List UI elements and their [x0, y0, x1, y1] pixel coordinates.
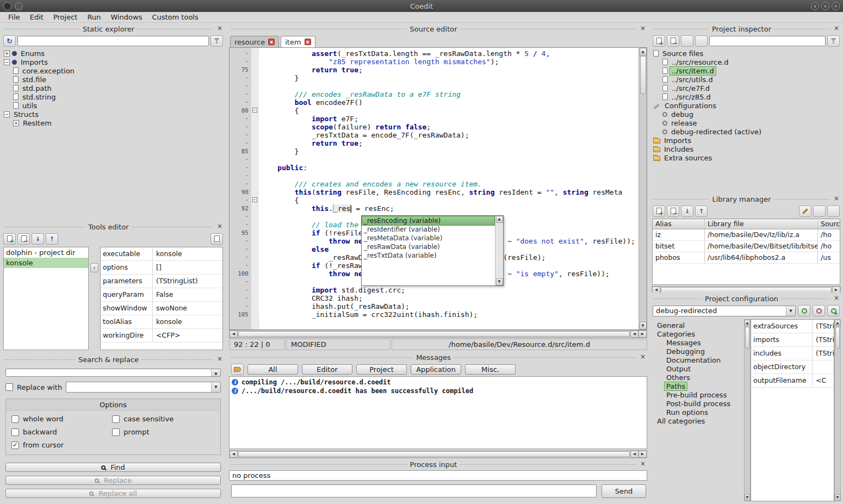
- property-value[interactable]: konsole: [153, 247, 222, 260]
- code-text[interactable]: /// creates and encodes a new resource i…: [259, 180, 639, 188]
- code-line[interactable]: · ihash.put(_resRawData);: [230, 302, 639, 310]
- editor-vertical-scrollbar[interactable]: ▲ ▼: [639, 48, 647, 329]
- close-icon[interactable]: ×: [639, 25, 647, 33]
- open-folder-button[interactable]: [695, 35, 708, 47]
- code-text[interactable]: this._res = resEnc;: [259, 204, 639, 213]
- code-line[interactable]: 75 return true;: [230, 66, 639, 74]
- static-explorer-item[interactable]: core.exception: [1, 66, 225, 75]
- code-line[interactable]: · import std.digest.crc;: [230, 286, 639, 294]
- property-value[interactable]: []: [153, 261, 222, 274]
- code-text[interactable]: }: [259, 147, 639, 155]
- property-value[interactable]: swoNone: [153, 302, 222, 315]
- completion-item[interactable]: _resTxtData (variable): [362, 251, 494, 260]
- scroll-right-icon[interactable]: ▶: [639, 331, 647, 338]
- add-library-button[interactable]: [653, 206, 665, 217]
- message-row[interactable]: i/.../build/resource.d.coedit has been s…: [230, 387, 647, 395]
- menu-edit[interactable]: Edit: [25, 12, 48, 23]
- code-line[interactable]: · /// encodes _resRawData to a e7F strin…: [230, 90, 639, 98]
- static-explorer-item[interactable]: +Enums: [1, 49, 225, 58]
- editor-horizontal-scrollbar[interactable]: ◀ ◀ ▶: [229, 330, 647, 338]
- config-tree-scrollbar[interactable]: ▲ ▼: [744, 319, 751, 501]
- project-inspector-item[interactable]: debug: [650, 110, 842, 119]
- config-category-item[interactable]: Others: [653, 373, 744, 382]
- fold-collapse-icon[interactable]: −: [252, 197, 257, 202]
- config-category-item[interactable]: Output: [653, 364, 744, 373]
- code-line[interactable]: 80− {: [230, 107, 639, 115]
- close-icon[interactable]: ×: [639, 353, 647, 361]
- completion-scrollbar[interactable]: ▲ ▼: [495, 216, 503, 285]
- library-horizontal-scrollbar[interactable]: ◀ ▶: [652, 286, 841, 293]
- code-text[interactable]: scope(failure) return false;: [259, 123, 639, 131]
- move-tool-down-button[interactable]: ↓: [32, 233, 44, 245]
- code-text[interactable]: {: [259, 196, 639, 204]
- property-name[interactable]: includes: [751, 347, 813, 360]
- scrollbar-thumb[interactable]: [745, 327, 749, 349]
- menu-windows[interactable]: Windows: [106, 12, 147, 23]
- scrollbar-thumb[interactable]: [238, 451, 630, 457]
- code-text[interactable]: "z85 representation length mismatches");: [259, 58, 639, 66]
- scroll-left-icon[interactable]: ◀: [630, 451, 639, 458]
- editor-tab-resource[interactable]: resourcex: [230, 36, 279, 47]
- property-value[interactable]: (TStringList): [813, 333, 834, 346]
- whole-word-checkbox[interactable]: [11, 415, 19, 423]
- code-line[interactable]: ·: [230, 155, 639, 164]
- property-value[interactable]: (TStringList): [813, 320, 834, 333]
- prompt-checkbox[interactable]: [112, 428, 120, 436]
- edit-library-button[interactable]: [799, 206, 811, 217]
- fold-collapse-icon[interactable]: −: [252, 108, 257, 113]
- add-folder-button[interactable]: [681, 35, 693, 47]
- code-line[interactable]: ·− {: [230, 196, 639, 204]
- code-line[interactable]: 105 _initialSum = crc322uint(ihash.finis…: [230, 310, 639, 319]
- config-category-item[interactable]: Run options: [653, 408, 744, 416]
- chevron-down-icon[interactable]: ▼: [786, 306, 795, 316]
- close-icon[interactable]: ×: [216, 356, 224, 363]
- code-text[interactable]: return true;: [259, 66, 639, 74]
- property-value[interactable]: <CFP>: [153, 329, 222, 342]
- expand-icon[interactable]: +: [4, 51, 10, 57]
- project-inspector-item[interactable]: Configurations: [650, 101, 842, 110]
- code-text[interactable]: [259, 82, 639, 90]
- send-button[interactable]: Send: [602, 484, 646, 498]
- symbol-filter-input[interactable]: [17, 36, 209, 46]
- move-tool-up-button[interactable]: ↑: [46, 233, 58, 245]
- completion-item[interactable]: _resIdentifier (variable): [362, 225, 494, 234]
- property-name[interactable]: imports: [751, 333, 813, 346]
- property-name[interactable]: outputFilename: [751, 374, 813, 387]
- scroll-up-icon[interactable]: ▲: [640, 48, 647, 55]
- static-explorer-item[interactable]: std.string: [1, 92, 225, 101]
- scroll-up-icon[interactable]: ▲: [496, 216, 503, 223]
- scroll-right-icon[interactable]: ▶: [639, 451, 647, 458]
- case-sensitive-checkbox[interactable]: [112, 415, 120, 423]
- messages-filter-editor[interactable]: Editor: [302, 364, 352, 375]
- scroll-up-icon[interactable]: ▲: [835, 320, 840, 326]
- project-inspector-item[interactable]: Imports: [650, 136, 842, 145]
- property-name[interactable]: workingDire: [101, 329, 153, 342]
- code-line[interactable]: · public:: [230, 164, 639, 172]
- library-from-file-button[interactable]: [813, 206, 826, 217]
- close-icon[interactable]: ×: [216, 223, 224, 231]
- scroll-down-icon[interactable]: ▼: [745, 494, 750, 501]
- config-category-item[interactable]: All categories: [653, 416, 744, 425]
- static-explorer-item[interactable]: utils: [1, 101, 225, 110]
- messages-filter-application[interactable]: Application: [411, 364, 461, 375]
- replace-term-combobox[interactable]: ▼: [66, 382, 221, 393]
- add-tool-button[interactable]: [3, 233, 16, 245]
- scroll-left-icon[interactable]: ◀: [230, 331, 238, 338]
- static-explorer-item[interactable]: std.path: [1, 84, 225, 92]
- add-source-button[interactable]: [653, 35, 665, 47]
- window-menu-icon[interactable]: [15, 2, 23, 10]
- close-icon[interactable]: ×: [832, 2, 840, 10]
- app-icon[interactable]: [3, 2, 11, 10]
- property-name[interactable]: extraSources: [751, 320, 813, 333]
- tool-list-item[interactable]: konsole: [4, 258, 88, 268]
- remove-source-button[interactable]: [667, 35, 679, 47]
- replace-all-button[interactable]: Replace all: [5, 489, 221, 498]
- search-term-combobox[interactable]: ▼: [5, 369, 221, 377]
- library-row[interactable]: phobos/usr/lib64/libphobos2.a/us: [653, 252, 840, 264]
- config-grid-scrollbar[interactable]: ▲ ▼: [834, 319, 841, 501]
- property-name[interactable]: options: [101, 261, 153, 274]
- project-inspector-item[interactable]: debug-redirected (active): [650, 127, 842, 136]
- code-text[interactable]: public:: [259, 164, 639, 172]
- code-editor[interactable]: · assert(_resTxtData.length == _resRawDa…: [229, 47, 647, 330]
- scroll-left-icon[interactable]: ◀: [652, 287, 660, 293]
